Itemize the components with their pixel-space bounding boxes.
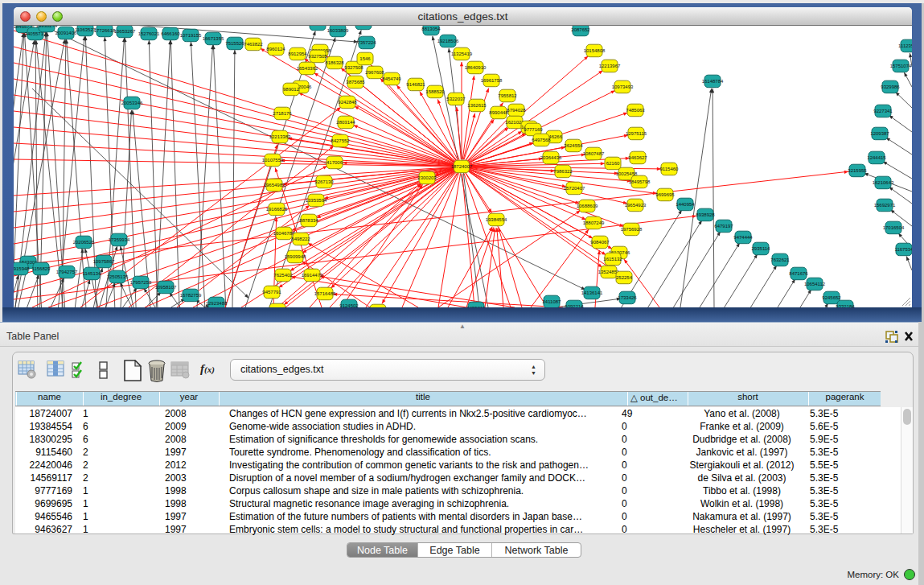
svg-text:15909948: 15909948 [285, 254, 306, 259]
svg-text:10107553: 10107553 [262, 158, 284, 163]
svg-text:9227341: 9227341 [873, 109, 893, 113]
svg-text:10688609: 10688609 [577, 204, 598, 208]
svg-text:1145134: 1145134 [83, 271, 102, 276]
svg-text:10958107: 10958107 [155, 285, 177, 290]
svg-text:19384554: 19384554 [486, 217, 507, 222]
svg-text:9146821: 9146821 [406, 82, 425, 87]
svg-text:7515526: 7515526 [225, 41, 244, 46]
svg-text:9699695: 9699695 [655, 192, 675, 197]
svg-text:17726618: 17726618 [94, 28, 116, 33]
svg-text:18640910: 18640910 [465, 65, 487, 70]
svg-text:1440954: 1440954 [676, 202, 695, 207]
svg-text:2718176: 2718176 [273, 111, 292, 116]
svg-text:12213967: 12213967 [599, 64, 621, 68]
svg-text:9242848: 9242848 [338, 100, 357, 105]
svg-text:2803144: 2803144 [336, 120, 355, 125]
svg-text:1733426: 1733426 [618, 295, 637, 300]
svg-text:8454749: 8454749 [382, 76, 401, 81]
svg-text:19938274: 19938274 [36, 26, 58, 28]
svg-text:1546: 1546 [359, 56, 371, 61]
svg-text:16210643: 16210643 [873, 180, 894, 185]
svg-text:3267130: 3267130 [314, 179, 334, 184]
svg-text:19218506: 19218506 [437, 39, 459, 43]
svg-text:9329986: 9329986 [881, 84, 900, 89]
svg-text:9084067: 9084067 [590, 240, 610, 245]
svg-text:1362615: 1362615 [467, 103, 487, 108]
svg-text:20206526: 20206526 [73, 240, 95, 245]
svg-text:2411087: 2411087 [543, 299, 562, 304]
svg-text:3215955: 3215955 [848, 168, 867, 173]
svg-text:3624554: 3624554 [564, 143, 583, 148]
svg-text:10719155: 10719155 [180, 33, 202, 38]
svg-text:8455219: 8455219 [466, 306, 486, 307]
svg-text:10654112: 10654112 [804, 282, 826, 286]
svg-text:15751074: 15751074 [890, 64, 912, 68]
svg-text:16782759: 16782759 [180, 293, 202, 298]
svg-text:16543362: 16543362 [297, 66, 318, 71]
svg-text:16961758: 16961758 [481, 78, 503, 83]
svg-text:19166825: 19166825 [266, 207, 288, 212]
svg-text:5322037: 5322037 [446, 97, 466, 101]
svg-text:8186328: 8186328 [325, 60, 344, 65]
svg-text:17942757: 17942757 [56, 270, 78, 274]
svg-text:9245652: 9245652 [822, 295, 841, 300]
svg-text:7485063: 7485063 [626, 108, 645, 113]
svg-text:1244415: 1244415 [867, 155, 886, 160]
svg-text:3875685: 3875685 [346, 80, 365, 84]
svg-text:9327505: 9327505 [308, 54, 327, 59]
svg-text:16046786: 16046786 [273, 231, 295, 236]
svg-text:9332184: 9332184 [836, 304, 855, 307]
svg-text:6794028: 6794028 [507, 108, 526, 113]
svg-text:1615132: 1615132 [603, 257, 622, 262]
svg-text:6498222: 6498222 [291, 237, 310, 241]
svg-text:8960124: 8960124 [266, 47, 285, 51]
svg-text:9474444: 9474444 [733, 235, 753, 240]
svg-text:1588520: 1588520 [425, 89, 445, 94]
svg-text:252254: 252254 [616, 275, 633, 280]
svg-text:10653267: 10653267 [114, 29, 136, 34]
svg-text:15720407: 15720407 [564, 186, 585, 191]
svg-text:12975115: 12975115 [626, 131, 647, 136]
svg-text:6092214: 6092214 [565, 304, 584, 307]
svg-text:11123504: 11123504 [898, 43, 912, 48]
svg-text:9273341: 9273341 [308, 26, 327, 27]
svg-text:2300203: 2300203 [417, 175, 437, 180]
svg-text:16914479: 16914479 [302, 273, 323, 278]
svg-text:10154808: 10154808 [584, 48, 606, 53]
svg-text:8938928: 8938928 [696, 212, 715, 217]
svg-text:16671355: 16671355 [203, 36, 224, 41]
svg-text:16148784: 16148784 [702, 79, 724, 84]
svg-text:15716485: 15716485 [314, 291, 336, 296]
svg-text:7357224: 7357224 [357, 40, 376, 45]
svg-text:2935114: 2935114 [752, 246, 771, 251]
svg-text:62160: 62160 [606, 161, 620, 166]
svg-text:1209387: 1209387 [870, 131, 889, 136]
svg-text:417006: 417006 [326, 160, 343, 165]
svg-text:19756928: 19756928 [621, 227, 643, 232]
svg-text:9124502: 9124502 [339, 303, 359, 307]
svg-text:10973493: 10973493 [612, 84, 634, 89]
svg-text:7955812: 7955812 [498, 93, 517, 98]
svg-text:18495798: 18495798 [629, 179, 651, 184]
svg-text:11325419: 11325419 [451, 51, 473, 56]
svg-text:8427552: 8427552 [331, 138, 350, 143]
svg-text:9115460: 9115460 [660, 167, 680, 171]
svg-text:8813054: 8813054 [421, 27, 441, 31]
svg-text:8912954: 8912954 [288, 51, 307, 56]
svg-text:6479197: 6479197 [714, 224, 733, 229]
svg-text:12923488: 12923488 [206, 301, 228, 306]
svg-text:15692971: 15692971 [874, 203, 896, 208]
svg-text:2967608: 2967608 [365, 70, 384, 75]
svg-text:7986322: 7986322 [553, 169, 573, 174]
svg-text:16033809: 16033809 [327, 28, 349, 33]
svg-text:6466160: 6466160 [161, 31, 180, 36]
svg-text:12505135: 12505135 [107, 274, 129, 279]
svg-text:13353594: 13353594 [306, 198, 327, 203]
svg-text:18807249: 18807249 [583, 220, 605, 225]
svg-text:18724007: 18724007 [451, 164, 473, 169]
svg-text:19654923: 19654923 [625, 203, 647, 208]
svg-text:17016504: 17016504 [883, 225, 905, 230]
svg-text:9777169: 9777169 [524, 127, 543, 132]
svg-text:2087652: 2087652 [571, 27, 590, 32]
svg-text:15276021: 15276021 [138, 31, 160, 36]
